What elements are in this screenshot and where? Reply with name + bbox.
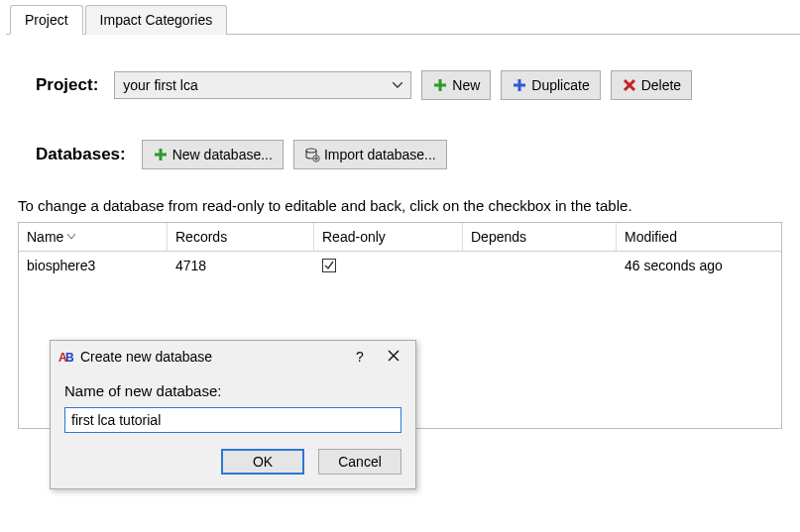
dialog-titlebar: A B Create new database ? (51, 341, 415, 372)
project-label: Project: (36, 75, 98, 95)
delete-project-label: Delete (641, 77, 681, 93)
sort-caret-icon (67, 234, 75, 240)
col-header-name[interactable]: Name (19, 223, 168, 251)
col-header-readonly-label: Read-only (322, 229, 386, 245)
new-database-button[interactable]: New database... (142, 140, 284, 169)
delete-project-button[interactable]: Delete (611, 70, 692, 100)
cell-records: 4718 (168, 252, 314, 279)
databases-row: Databases: New database... Import databa… (18, 140, 782, 169)
svg-text:B: B (65, 351, 74, 365)
dialog-title-text: Create new database (80, 349, 212, 365)
duplicate-project-button[interactable]: Duplicate (501, 70, 600, 100)
chevron-down-icon (393, 82, 402, 88)
col-header-records[interactable]: Records (168, 223, 314, 251)
plus-icon (432, 77, 448, 93)
database-import-icon (304, 147, 320, 162)
new-project-label: New (452, 77, 480, 93)
activity-browser-logo-icon: A B (58, 349, 74, 365)
create-database-dialog: A B Create new database ? Name of new da… (50, 340, 416, 489)
cell-depends (463, 252, 617, 279)
x-icon (622, 77, 637, 93)
table-header-row: Name Records Read-only Depends Modified (19, 223, 781, 252)
dialog-close-button[interactable] (380, 347, 407, 367)
new-project-button[interactable]: New (421, 70, 491, 100)
col-header-modified[interactable]: Modified (617, 223, 781, 251)
col-header-records-label: Records (175, 229, 227, 245)
dialog-cancel-button[interactable]: Cancel (318, 449, 401, 475)
dialog-button-row: OK Cancel (64, 449, 401, 475)
col-header-depends[interactable]: Depends (463, 223, 617, 251)
col-header-depends-label: Depends (471, 229, 526, 245)
dialog-help-button[interactable]: ? (346, 347, 374, 367)
dialog-input-label: Name of new database: (64, 382, 401, 399)
project-select[interactable]: your first lca (114, 71, 411, 99)
database-name-input[interactable] (64, 407, 401, 433)
new-database-label: New database... (172, 147, 273, 162)
readonly-checkbox[interactable] (322, 259, 336, 272)
close-icon (388, 349, 400, 365)
import-database-label: Import database... (324, 147, 436, 162)
databases-label: Databases: (36, 145, 126, 164)
col-header-modified-label: Modified (625, 229, 677, 245)
table-row[interactable]: biosphere3 4718 46 seconds ago (19, 252, 781, 279)
dialog-ok-button[interactable]: OK (221, 449, 304, 475)
svg-point-8 (306, 149, 316, 153)
cell-name: biosphere3 (19, 252, 168, 279)
plus-icon (512, 77, 527, 93)
cell-readonly (314, 252, 463, 279)
project-select-value: your first lca (123, 77, 197, 93)
dialog-body: Name of new database: OK Cancel (51, 372, 415, 488)
project-row: Project: your first lca New Duplicate (18, 70, 782, 100)
col-header-readonly[interactable]: Read-only (314, 223, 463, 251)
tab-impact-categories[interactable]: Impact Categories (85, 5, 228, 35)
readonly-hint: To change a database from read-only to e… (18, 197, 782, 214)
col-header-name-label: Name (27, 229, 63, 245)
tab-bar: Project Impact Categories (6, 0, 800, 35)
cell-modified: 46 seconds ago (617, 252, 781, 279)
import-database-button[interactable]: Import database... (293, 140, 447, 169)
tab-project[interactable]: Project (10, 5, 83, 35)
plus-icon (153, 147, 169, 162)
duplicate-project-label: Duplicate (531, 77, 589, 93)
